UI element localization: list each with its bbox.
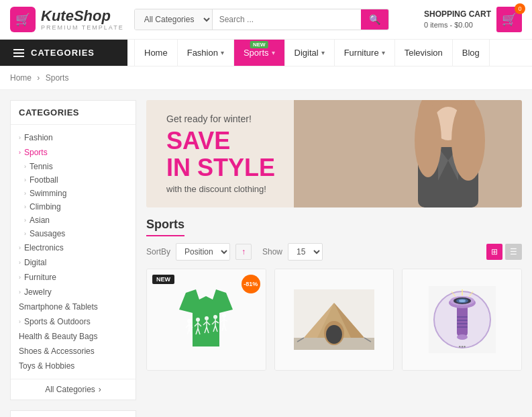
sidebar: CATEGORIES › Fashion › Sports › Tennis bbox=[10, 100, 136, 417]
cat-item-smartphone[interactable]: Smartphone & Tablets bbox=[11, 299, 136, 314]
products-grid: NEW -81% bbox=[146, 269, 522, 371]
sub-item-sausages[interactable]: › Sausages bbox=[24, 227, 136, 240]
sub-item-tennis[interactable]: › Tennis bbox=[24, 160, 136, 173]
logo-sub: PREMIUM TEMPLATE bbox=[41, 24, 124, 31]
cat-item-health[interactable]: Health & Beauty Bags bbox=[11, 329, 136, 344]
view-buttons: ⊞ ☰ bbox=[486, 244, 522, 260]
svg-rect-60 bbox=[457, 326, 468, 328]
sort-select[interactable]: Position bbox=[176, 243, 230, 261]
svg-rect-57 bbox=[457, 316, 468, 318]
svg-point-61 bbox=[457, 334, 468, 340]
nav-item-fashion[interactable]: Fashion ▾ bbox=[178, 40, 234, 66]
cat-item-shoes[interactable]: Shoes & Accessories bbox=[11, 344, 136, 359]
search-button[interactable]: 🔍 bbox=[361, 9, 388, 30]
banner-title: SAVE IN STYLE bbox=[166, 128, 275, 181]
logo-name: KuteShop bbox=[41, 7, 111, 24]
cat-item-sports-outdoors[interactable]: › Sports & Outdoors bbox=[11, 314, 136, 329]
cart-info: SHOPPING CART 0 items - $0.00 bbox=[424, 9, 491, 30]
tent-svg bbox=[294, 289, 374, 350]
category-select[interactable]: All Categories bbox=[135, 9, 213, 30]
banner-image bbox=[294, 100, 522, 207]
new-badge-tshirt: NEW bbox=[152, 275, 174, 284]
grid-view-button[interactable]: ⊞ bbox=[486, 244, 502, 260]
banner-text: Get ready for winter! SAVE IN STYLE with… bbox=[146, 100, 295, 207]
search-area: All Categories 🔍 bbox=[134, 9, 389, 30]
cart-icon[interactable]: 🛒 0 bbox=[496, 7, 522, 32]
svg-text:●●●: ●●● bbox=[458, 344, 466, 349]
flashlight-svg: ●●● bbox=[429, 286, 496, 353]
logo-text-block: KuteShop PREMIUM TEMPLATE bbox=[41, 8, 124, 31]
banner-person-svg bbox=[294, 100, 522, 207]
logo-icon: 🛒 bbox=[10, 7, 36, 32]
sort-direction-button[interactable]: ↑ bbox=[235, 244, 252, 260]
categories-btn-label: CATEGORIES bbox=[31, 48, 95, 58]
breadcrumb-current: Sports bbox=[46, 73, 69, 83]
product-card-tshirt[interactable]: NEW -81% bbox=[146, 269, 266, 371]
sub-item-swimming[interactable]: › Swimming bbox=[24, 187, 136, 200]
categories-sidebar-box: CATEGORIES › Fashion › Sports › Tennis bbox=[10, 100, 136, 400]
sub-item-asian[interactable]: › Asian bbox=[24, 214, 136, 227]
search-input[interactable] bbox=[213, 9, 361, 30]
nav-item-television[interactable]: Television bbox=[395, 40, 453, 66]
banner-subtitle: Get ready for winter! bbox=[166, 113, 275, 124]
svg-rect-59 bbox=[457, 323, 468, 324]
svg-point-10 bbox=[187, 319, 191, 323]
cat-item-electronics[interactable]: › Electronics bbox=[11, 240, 136, 255]
breadcrumb: Home › Sports bbox=[0, 66, 532, 90]
categories-sidebar-title: CATEGORIES bbox=[11, 101, 136, 125]
header: 🛒 KuteShop PREMIUM TEMPLATE All Categori… bbox=[0, 0, 532, 40]
nav-item-digital[interactable]: Digital ▾ bbox=[285, 40, 335, 66]
all-cat-chevron: › bbox=[99, 385, 101, 394]
show-select[interactable]: 15 bbox=[288, 243, 323, 261]
breadcrumb-home[interactable]: Home bbox=[10, 73, 32, 83]
svg-rect-0 bbox=[294, 100, 522, 207]
main-layout: CATEGORIES › Fashion › Sports › Tennis bbox=[0, 90, 532, 417]
sports-sub-list: › Tennis › Football › Swimming › Climbin… bbox=[11, 160, 136, 240]
sale-badge-tshirt: -81% bbox=[242, 275, 260, 293]
cat-chevron: › bbox=[19, 134, 21, 141]
product-image-tent bbox=[275, 269, 394, 370]
new-badge: NEW bbox=[250, 41, 268, 48]
cart-items: 0 items - $0.00 bbox=[424, 21, 473, 29]
product-card-flashlight[interactable]: ●●● bbox=[402, 269, 522, 371]
cat-chevron: › bbox=[19, 259, 21, 266]
cat-item-toys[interactable]: Toys & Hobbies bbox=[11, 359, 136, 373]
nav-bar: CATEGORIES Home Fashion ▾ NEW Sports ▾ D… bbox=[0, 40, 532, 66]
categories-menu-button[interactable]: CATEGORIES bbox=[0, 40, 127, 66]
tshirt-svg bbox=[172, 283, 240, 357]
nav-item-sports[interactable]: NEW Sports ▾ bbox=[234, 40, 285, 66]
shop-by-box: SHOP BY CATEGORY ▾ PRICE ▾ MANUFACTURER … bbox=[10, 410, 136, 417]
svg-point-22 bbox=[205, 316, 209, 320]
cat-item-sports[interactable]: › Sports bbox=[11, 145, 136, 160]
page-title-row: Sports bbox=[146, 218, 522, 236]
page-title: Sports bbox=[146, 218, 184, 236]
cat-chevron-sports: › bbox=[19, 149, 21, 156]
sub-item-football[interactable]: › Football bbox=[24, 173, 136, 187]
svg-point-56 bbox=[459, 299, 466, 302]
nav-item-home[interactable]: Home bbox=[134, 40, 178, 66]
nav-item-blog[interactable]: Blog bbox=[453, 40, 490, 66]
sub-item-climbing[interactable]: › Climbing bbox=[24, 200, 136, 214]
cat-item-furniture[interactable]: › Furniture bbox=[11, 270, 136, 285]
cart-area: SHOPPING CART 0 items - $0.00 🛒 0 bbox=[424, 7, 522, 32]
all-categories-link[interactable]: All Categories › bbox=[11, 379, 136, 400]
hamburger-icon bbox=[13, 49, 24, 57]
nav-links: Home Fashion ▾ NEW Sports ▾ Digital ▾ Fu… bbox=[127, 40, 496, 66]
breadcrumb-sep: › bbox=[37, 73, 40, 83]
cat-item-fashion[interactable]: › Fashion bbox=[11, 130, 136, 145]
svg-point-6 bbox=[451, 100, 485, 181]
cat-item-jewelry[interactable]: › Jewelry bbox=[11, 285, 136, 299]
cat-chevron: › bbox=[19, 318, 21, 325]
product-image-flashlight: ●●● bbox=[403, 269, 521, 370]
content-area: Get ready for winter! SAVE IN STYLE with… bbox=[146, 100, 522, 417]
logo-area: 🛒 KuteShop PREMIUM TEMPLATE bbox=[10, 7, 124, 32]
cat-chevron: › bbox=[19, 274, 21, 281]
svg-point-7 bbox=[415, 103, 441, 177]
list-view-button[interactable]: ☰ bbox=[505, 244, 522, 260]
product-card-tent[interactable] bbox=[274, 269, 394, 371]
category-list: › Fashion › Sports › Tennis › Football bbox=[11, 125, 136, 379]
cat-item-digital[interactable]: › Digital bbox=[11, 255, 136, 270]
banner-footer: with the discount clothing! bbox=[166, 184, 275, 194]
fashion-chevron: ▾ bbox=[221, 49, 224, 56]
nav-item-furniture[interactable]: Furniture ▾ bbox=[335, 40, 395, 66]
